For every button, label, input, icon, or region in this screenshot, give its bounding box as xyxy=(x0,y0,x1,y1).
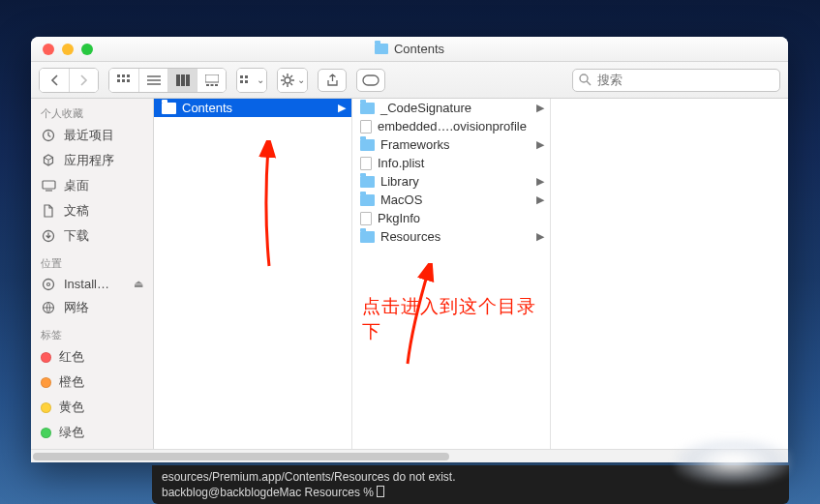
file-row-embedded[interactable]: embedded….ovisionprofile xyxy=(352,117,550,135)
sidebar-item-applications[interactable]: 应用程序 xyxy=(31,148,153,173)
list-icon xyxy=(147,74,161,86)
svg-rect-16 xyxy=(240,75,243,78)
sidebar-item-documents[interactable]: 文稿 xyxy=(31,198,153,223)
svg-rect-1 xyxy=(122,74,125,77)
file-row-resources[interactable]: Resources ▶ xyxy=(352,227,550,246)
file-row-macos[interactable]: MacOS ▶ xyxy=(352,191,550,209)
grid-icon xyxy=(117,74,131,86)
gear-icon xyxy=(281,74,294,87)
svg-rect-9 xyxy=(176,74,180,86)
column-2-empty xyxy=(551,99,788,449)
sidebar-section-header: 标签 xyxy=(31,320,153,344)
terminal-prompt: backblog@backblogdeMac Resources % xyxy=(162,486,377,499)
scrollbar-thumb[interactable] xyxy=(33,453,449,460)
sidebar-item-network[interactable]: 网络 xyxy=(31,295,153,320)
sidebar-item-downloads[interactable]: 下载 xyxy=(31,223,153,249)
column-view: Contents ▶ _CodeSignature ▶ embedded….ov… xyxy=(154,99,788,449)
chevron-right-icon: ▶ xyxy=(536,193,544,206)
sidebar-item-label: Install… xyxy=(64,277,109,291)
sidebar: 个人收藏 最近项目 应用程序 桌面 文稿 下载 位置 xyxy=(31,99,154,449)
svg-line-28 xyxy=(283,83,285,85)
document-icon xyxy=(360,157,372,170)
file-row-contents[interactable]: Contents ▶ xyxy=(154,99,351,117)
chevron-down-icon: ⌄ xyxy=(257,74,264,85)
file-label: embedded….ovisionprofile xyxy=(378,119,527,133)
sidebar-item-label: 网络 xyxy=(64,299,89,316)
folder-icon xyxy=(360,103,375,114)
close-window-button[interactable] xyxy=(43,44,54,55)
svg-rect-15 xyxy=(215,84,218,86)
sidebar-item-recents[interactable]: 最近项目 xyxy=(31,123,153,148)
svg-rect-4 xyxy=(122,79,125,82)
svg-rect-12 xyxy=(205,74,219,82)
minimize-window-button[interactable] xyxy=(62,44,74,55)
back-button[interactable] xyxy=(40,69,69,92)
sidebar-item-label: 应用程序 xyxy=(64,152,114,169)
sidebar-tag-red[interactable]: 红色 xyxy=(31,344,153,370)
svg-point-30 xyxy=(580,74,588,82)
window-title-text: Contents xyxy=(394,42,444,56)
sidebar-tag-orange[interactable]: 橙色 xyxy=(31,370,153,395)
sidebar-section-header: 个人收藏 xyxy=(31,99,153,123)
folder-icon xyxy=(360,194,375,206)
tags-button[interactable] xyxy=(356,69,385,92)
view-column-button[interactable] xyxy=(167,69,197,92)
action-button[interactable]: ⌄ xyxy=(278,69,307,92)
share-icon xyxy=(326,74,339,87)
sidebar-item-label: 绿色 xyxy=(59,424,84,441)
file-row-frameworks[interactable]: Frameworks ▶ xyxy=(352,135,550,154)
toolbar: ⌄ ⌄ xyxy=(31,62,788,99)
desktop-icon xyxy=(41,179,56,193)
file-row-pkginfo[interactable]: PkgInfo xyxy=(352,209,550,227)
folder-icon xyxy=(360,176,375,188)
svg-rect-2 xyxy=(127,74,130,77)
arrange-button[interactable]: ⌄ xyxy=(237,69,266,92)
share-button[interactable] xyxy=(318,69,347,92)
eject-icon[interactable]: ⏏ xyxy=(134,278,143,290)
sidebar-item-desktop[interactable]: 桌面 xyxy=(31,173,153,198)
sidebar-tag-yellow[interactable]: 黄色 xyxy=(31,395,153,420)
search-icon xyxy=(579,74,592,86)
tag-dot-icon xyxy=(41,428,51,438)
svg-rect-17 xyxy=(245,75,248,78)
file-label: Library xyxy=(380,174,419,189)
sidebar-item-label: 下载 xyxy=(64,227,89,245)
file-row-codesignature[interactable]: _CodeSignature ▶ xyxy=(352,99,550,117)
svg-rect-10 xyxy=(181,74,185,86)
column-0: Contents ▶ xyxy=(154,99,352,449)
file-label: Resources xyxy=(380,229,440,244)
sidebar-item-label: 红色 xyxy=(59,348,84,366)
view-gallery-button[interactable] xyxy=(197,69,226,92)
svg-point-36 xyxy=(44,279,54,289)
file-label: Info.plist xyxy=(378,156,424,170)
sidebar-item-install-disk[interactable]: Install… ⏏ xyxy=(31,273,153,295)
gallery-icon xyxy=(205,74,219,86)
forward-button[interactable] xyxy=(69,69,98,92)
doc-icon xyxy=(41,204,56,218)
search-input[interactable] xyxy=(597,73,774,87)
tag-dot-icon xyxy=(41,377,51,388)
file-row-info-plist[interactable]: Info.plist xyxy=(352,154,550,172)
window-title: Contents xyxy=(31,42,788,56)
chevron-down-icon: ⌄ xyxy=(297,74,305,85)
watermark-smudge xyxy=(675,438,791,485)
file-row-library[interactable]: Library ▶ xyxy=(352,172,550,191)
zoom-window-button[interactable] xyxy=(81,44,93,55)
sidebar-item-label: 橙色 xyxy=(59,373,84,391)
folder-icon xyxy=(162,103,176,114)
view-list-button[interactable] xyxy=(138,69,167,92)
file-label: MacOS xyxy=(380,193,422,207)
svg-rect-11 xyxy=(186,74,190,86)
svg-line-27 xyxy=(290,75,292,77)
view-icon-button[interactable] xyxy=(109,69,138,92)
sidebar-tag-green[interactable]: 绿色 xyxy=(31,420,153,445)
file-label: Contents xyxy=(182,101,232,115)
sidebar-item-label: 最近项目 xyxy=(64,127,114,144)
tag-dot-icon xyxy=(41,352,51,363)
arrange-menu[interactable]: ⌄ xyxy=(236,68,267,93)
terminal-line: esources/Premium.app/Contents/Resources … xyxy=(162,470,455,484)
action-menu[interactable]: ⌄ xyxy=(277,68,308,93)
view-mode-segment xyxy=(108,68,227,93)
search-field[interactable] xyxy=(572,69,780,92)
sidebar-item-label: 文稿 xyxy=(64,202,89,220)
